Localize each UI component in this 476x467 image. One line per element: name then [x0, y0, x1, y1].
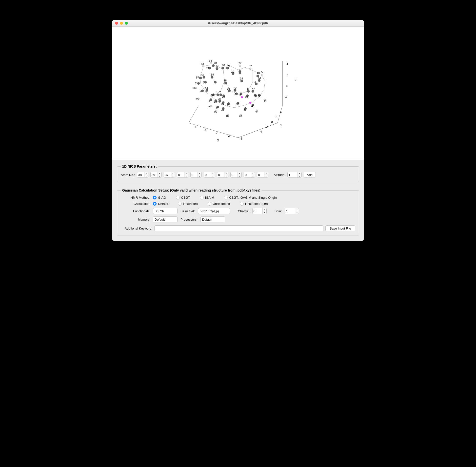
atom-no-spin[interactable]: ▲▼ — [204, 172, 215, 178]
chevron-up-icon[interactable]: ▲ — [184, 172, 188, 175]
svg-text:36: 36 — [236, 103, 239, 106]
atom-no-input[interactable] — [217, 172, 224, 177]
atom-no-spin[interactable]: ▲▼ — [164, 172, 175, 178]
chevron-down-icon[interactable]: ▼ — [211, 175, 215, 178]
atom-no-spin[interactable]: ▲▼ — [177, 172, 188, 178]
atom-no-spin[interactable]: ▲▼ — [244, 172, 255, 178]
chevron-up-icon[interactable]: ▲ — [298, 172, 301, 175]
atom-stepper[interactable]: ▲▼ — [264, 172, 268, 177]
atom-no-input[interactable] — [137, 172, 144, 177]
zoom-icon[interactable] — [125, 22, 128, 25]
atom-no-input[interactable] — [151, 172, 158, 177]
atom-stepper[interactable]: ▲▼ — [198, 172, 201, 177]
calc-radio[interactable]: Restricted — [178, 202, 198, 206]
chevron-down-icon[interactable]: ▼ — [238, 175, 241, 178]
atom-stepper[interactable]: ▲▼ — [211, 172, 215, 177]
chevron-up-icon[interactable]: ▲ — [171, 172, 175, 175]
svg-text:55: 55 — [261, 71, 264, 74]
memory-input[interactable] — [153, 216, 178, 222]
chevron-down-icon[interactable]: ▼ — [298, 175, 301, 178]
atom-no-input[interactable] — [191, 172, 198, 177]
chevron-down-icon[interactable]: ▼ — [224, 175, 228, 178]
altitude-stepper[interactable]: ▲▼ — [298, 172, 301, 177]
atom-no-input[interactable] — [231, 172, 238, 177]
basis-set-input[interactable] — [198, 208, 230, 214]
spin-stepper[interactable]: ▲▼ — [295, 208, 299, 214]
additional-keyword-input[interactable] — [154, 225, 323, 231]
chevron-up-icon[interactable]: ▲ — [263, 208, 266, 211]
atom-stepper[interactable]: ▲▼ — [251, 172, 255, 177]
atom-no-spin[interactable]: ▲▼ — [230, 172, 242, 178]
chevron-up-icon[interactable]: ▲ — [198, 172, 201, 175]
nics-fieldset: 1D NICS Parameters: Atom No.: ▲▼▲▼▲▼▲▼▲▼… — [117, 164, 359, 182]
atom-stepper[interactable]: ▲▼ — [171, 172, 175, 177]
calc-radio[interactable]: Restricted-open — [240, 202, 268, 206]
plot-area[interactable]: 4 2 0 -2 Z 4 2 0 -2 -4 Y -4 -2 0 2 4 X — [112, 27, 364, 160]
add-button[interactable]: Add — [304, 172, 316, 178]
atom-no-spin[interactable]: ▲▼ — [257, 172, 268, 178]
atom-stepper[interactable]: ▲▼ — [184, 172, 188, 177]
chevron-down-icon[interactable]: ▼ — [264, 175, 268, 178]
atom-stepper[interactable]: ▲▼ — [158, 172, 161, 177]
chevron-down-icon[interactable]: ▼ — [144, 175, 148, 178]
radio-icon — [240, 202, 244, 206]
charge-spin[interactable]: ▲▼ — [252, 208, 267, 214]
chevron-up-icon[interactable]: ▲ — [238, 172, 241, 175]
altitude-input[interactable] — [288, 172, 298, 177]
minimize-icon[interactable] — [120, 22, 123, 25]
svg-text:62: 62 — [206, 67, 209, 70]
nmr-radio[interactable]: CSGT, IGAGIM and Single Origin — [224, 196, 277, 199]
calc-radio[interactable]: Unrestricted — [208, 202, 230, 206]
svg-point-80 — [240, 80, 243, 82]
chevron-down-icon[interactable]: ▼ — [184, 175, 188, 178]
atom-no-input[interactable] — [257, 172, 264, 177]
tick-z-n2: -2 — [285, 96, 288, 99]
chevron-up-icon[interactable]: ▲ — [224, 172, 228, 175]
atom-no-spin[interactable]: ▲▼ — [217, 172, 228, 178]
nmr-radio[interactable]: CSGT — [176, 196, 190, 199]
save-input-file-button[interactable]: Save Input File — [325, 225, 355, 231]
altitude-spin[interactable]: ▲▼ — [287, 172, 302, 178]
atom-no-spin[interactable]: ▲▼ — [150, 172, 162, 178]
molecule-3d-plot[interactable]: 4 2 0 -2 Z 4 2 0 -2 -4 Y -4 -2 0 2 4 X — [174, 41, 302, 145]
svg-point-36 — [210, 62, 212, 64]
chevron-down-icon[interactable]: ▼ — [158, 175, 161, 178]
chevron-down-icon[interactable]: ▼ — [263, 211, 266, 214]
calc-radio[interactable]: Default — [153, 202, 168, 206]
chevron-up-icon[interactable]: ▲ — [295, 208, 299, 211]
chevron-down-icon[interactable]: ▼ — [295, 211, 299, 214]
chevron-down-icon[interactable]: ▼ — [251, 175, 255, 178]
spin-input[interactable] — [285, 208, 295, 214]
controls-panel: 1D NICS Parameters: Atom No.: ▲▼▲▼▲▼▲▼▲▼… — [112, 160, 364, 241]
close-icon[interactable] — [115, 22, 118, 25]
processors-input[interactable] — [200, 216, 225, 222]
atom-stepper[interactable]: ▲▼ — [224, 172, 228, 177]
tick-y-2: 2 — [276, 115, 277, 119]
atom-no-input[interactable] — [244, 172, 251, 177]
chevron-up-icon[interactable]: ▲ — [211, 172, 215, 175]
atom-stepper[interactable]: ▲▼ — [238, 172, 241, 177]
charge-stepper[interactable]: ▲▼ — [262, 208, 266, 214]
atom-no-spin[interactable]: ▲▼ — [190, 172, 202, 178]
chevron-up-icon[interactable]: ▲ — [144, 172, 148, 175]
atom-no-input[interactable] — [164, 172, 171, 177]
chevron-up-icon[interactable]: ▲ — [264, 172, 268, 175]
charge-input[interactable] — [253, 208, 262, 214]
nmr-radio[interactable]: GIAO — [153, 196, 166, 199]
chevron-down-icon[interactable]: ▼ — [198, 175, 201, 178]
svg-text:12: 12 — [221, 108, 224, 111]
nmr-radio[interactable]: IGAIM — [200, 196, 214, 199]
atom-no-spin[interactable]: ▲▼ — [137, 172, 148, 178]
atom-stepper[interactable]: ▲▼ — [144, 172, 148, 177]
chevron-up-icon[interactable]: ▲ — [251, 172, 255, 175]
memory-label: Memory: — [121, 218, 150, 221]
atom-no-input[interactable] — [177, 172, 184, 177]
atom-no-input[interactable] — [204, 172, 211, 177]
svg-text:56: 56 — [201, 74, 204, 77]
chevron-up-icon[interactable]: ▲ — [158, 172, 161, 175]
chevron-down-icon[interactable]: ▼ — [171, 175, 175, 178]
functionals-input[interactable] — [153, 208, 178, 214]
svg-text:8: 8 — [209, 99, 210, 102]
spin-spin[interactable]: ▲▼ — [285, 208, 299, 214]
svg-point-110 — [219, 94, 222, 96]
